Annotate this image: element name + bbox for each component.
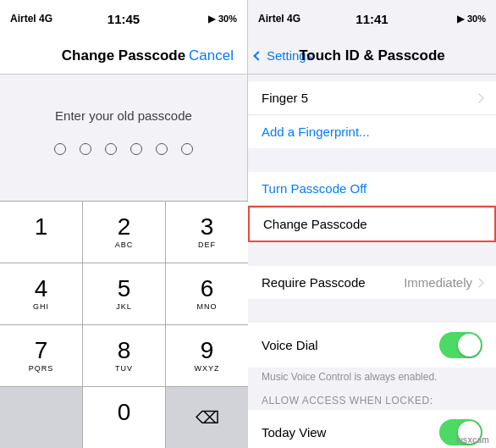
cancel-button[interactable]: Cancel: [189, 47, 234, 64]
today-view-label: Today View: [262, 425, 326, 440]
key-1-letters: [40, 241, 43, 249]
right-status-icons: ▶ 30%: [457, 14, 486, 25]
key-3-number: 3: [201, 215, 214, 239]
right-battery: 30%: [467, 14, 486, 24]
key-5-number: 5: [118, 277, 131, 301]
finger5-label: Finger 5: [262, 91, 308, 105]
row-turn-passcode-off[interactable]: Turn Passcode Off: [248, 172, 496, 206]
change-passcode-label: Change Passcode: [263, 217, 367, 231]
chevron-icon: [474, 93, 483, 102]
spacer-1: [248, 75, 496, 81]
passcode-dots: [54, 143, 193, 155]
key-6-number: 6: [201, 277, 214, 301]
key-6-letters: MNO: [197, 302, 218, 311]
left-header: Change Passcode Cancel: [0, 37, 247, 75]
wifi-icon: ▶: [208, 14, 215, 25]
section-passcode: Turn Passcode Off Change Passcode: [248, 172, 496, 242]
spacer-3: [248, 242, 496, 266]
passcode-dot-4: [130, 143, 142, 155]
key-3-letters: DEF: [198, 241, 216, 249]
key-1[interactable]: 1: [0, 202, 83, 263]
right-status-bar: Airtel 4G 11:41 ▶ 30%: [248, 0, 496, 37]
key-2[interactable]: 2 ABC: [83, 202, 166, 263]
key-8-letters: TUV: [115, 364, 133, 373]
key-7-letters: PQRS: [29, 364, 54, 373]
key-4-number: 4: [35, 277, 48, 301]
battery-icon: 30%: [218, 14, 237, 24]
keypad-row-bottom: 0 ⌫: [0, 387, 248, 448]
key-0-letters: [123, 426, 126, 434]
spacer-2: [248, 148, 496, 172]
spacer-4: [248, 299, 496, 323]
right-wifi-icon: ▶: [457, 14, 464, 25]
row-voice-dial[interactable]: Voice Dial: [248, 323, 496, 368]
row-add-fingerprint[interactable]: Add a Fingerprint...: [248, 115, 496, 148]
key-0-number: 0: [118, 401, 131, 424]
passcode-dot-3: [105, 143, 117, 155]
require-passcode-label: Require Passcode: [262, 275, 366, 290]
row-finger5[interactable]: Finger 5: [248, 81, 496, 115]
key-empty: [0, 387, 83, 448]
voice-dial-toggle[interactable]: [439, 332, 482, 358]
key-5[interactable]: 5 JKL: [83, 263, 166, 324]
passcode-prompt-label: Enter your old passcode: [55, 108, 192, 123]
right-panel: Airtel 4G 11:41 ▶ 30% Settings Touch ID …: [248, 0, 496, 448]
key-4[interactable]: 4 GHI: [0, 263, 83, 324]
require-passcode-chevron: [474, 278, 483, 287]
allow-access-header: ALLOW ACCESS WHEN LOCKED:: [248, 390, 496, 410]
chevron-left-icon: [253, 51, 262, 60]
key-7[interactable]: 7 PQRS: [0, 325, 83, 386]
require-passcode-setting: Immediately: [404, 275, 472, 290]
add-fingerprint-label: Add a Fingerprint...: [262, 124, 370, 139]
section-voice-dial: Voice Dial: [248, 323, 496, 368]
left-status-bar: Airtel 4G 11:45 ▶ 30%: [0, 0, 247, 37]
passcode-dot-1: [54, 143, 66, 155]
right-header: Settings Touch ID & Passcode: [248, 37, 496, 75]
voice-dial-label: Voice Dial: [262, 338, 318, 352]
right-time: 11:41: [355, 12, 388, 26]
require-passcode-value: Immediately: [404, 275, 482, 290]
passcode-dot-6: [181, 143, 193, 155]
right-header-title: Touch ID & Passcode: [299, 47, 445, 64]
row-require-passcode[interactable]: Require Passcode Immediately: [248, 266, 496, 299]
finger5-chevron: [476, 95, 482, 102]
key-9-number: 9: [201, 339, 214, 362]
key-8[interactable]: 8 TUV: [83, 325, 166, 386]
right-carrier: Airtel 4G: [258, 13, 300, 25]
key-4-letters: GHI: [33, 302, 49, 311]
left-carrier: Airtel 4G: [10, 13, 52, 25]
key-1-number: 1: [35, 215, 48, 239]
right-content: Finger 5 Add a Fingerprint... Turn Passc…: [248, 75, 496, 448]
left-header-title: Change Passcode: [62, 47, 185, 64]
section-require-passcode: Require Passcode Immediately: [248, 266, 496, 299]
key-7-number: 7: [35, 339, 48, 362]
keypad: 1 2 ABC 3 DEF 4 GHI 5 JKL 6: [0, 201, 248, 448]
delete-icon: ⌫: [196, 407, 219, 428]
passcode-dot-2: [80, 143, 91, 155]
key-2-letters: ABC: [115, 241, 134, 249]
key-2-number: 2: [118, 215, 131, 239]
voice-dial-footer: Music Voice Control is always enabled.: [248, 368, 496, 390]
keypad-row-1: 1 2 ABC 3 DEF: [0, 202, 248, 263]
turn-passcode-off-label: Turn Passcode Off: [262, 181, 366, 196]
watermark: wsxcam: [456, 435, 489, 445]
left-status-icons: ▶ 30%: [208, 14, 237, 25]
key-5-letters: JKL: [116, 302, 132, 311]
left-time: 11:45: [107, 12, 140, 26]
section-fingerprint: Finger 5 Add a Fingerprint...: [248, 81, 496, 148]
key-3[interactable]: 3 DEF: [166, 202, 248, 263]
key-delete[interactable]: ⌫: [166, 387, 248, 448]
key-9-letters: WXYZ: [195, 364, 220, 373]
key-8-number: 8: [118, 339, 131, 362]
keypad-row-2: 4 GHI 5 JKL 6 MNO: [0, 263, 248, 325]
key-9[interactable]: 9 WXYZ: [166, 325, 248, 386]
row-change-passcode[interactable]: Change Passcode: [248, 206, 496, 242]
key-6[interactable]: 6 MNO: [166, 263, 248, 324]
passcode-dot-5: [156, 143, 168, 155]
keypad-row-3: 7 PQRS 8 TUV 9 WXYZ: [0, 325, 248, 387]
key-0[interactable]: 0: [83, 387, 166, 448]
